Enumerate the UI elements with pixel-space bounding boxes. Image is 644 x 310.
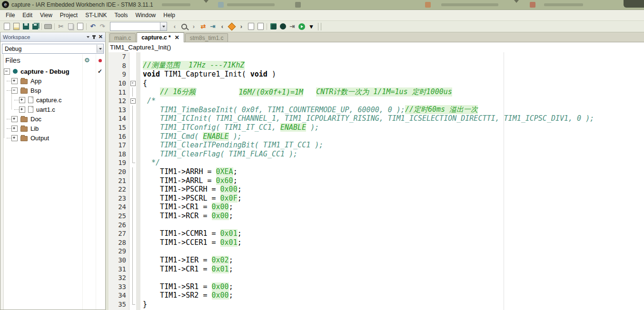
fold-collapse-icon[interactable]	[129, 97, 136, 106]
fold-collapse-icon[interactable]	[129, 79, 136, 88]
make-icon[interactable]	[268, 22, 278, 31]
code-line[interactable]: 9void TIM1_Capture1_Init( void )	[109, 70, 644, 79]
breakpoint-margin[interactable]	[136, 52, 140, 61]
code-line[interactable]: 34 TIM1->SR2 = 0x00;	[109, 291, 644, 300]
breakpoint-margin[interactable]	[136, 185, 140, 194]
expand-toggle-icon[interactable]	[11, 87, 18, 94]
function-context-bar[interactable]: TIM1_Capture1_Init()	[109, 42, 644, 53]
tree-item-output[interactable]: Output	[3, 133, 105, 143]
fold-box-icon[interactable]	[130, 81, 136, 86]
workspace-close-icon[interactable]: ✕	[99, 34, 103, 39]
find-combobox[interactable]	[110, 22, 167, 31]
expand-toggle-icon[interactable]	[11, 126, 18, 132]
attach-icon[interactable]: ⇥	[287, 22, 297, 31]
menu-window[interactable]: Window	[132, 10, 160, 20]
menu-edit[interactable]: Edit	[19, 10, 36, 20]
breakpoint-margin[interactable]	[136, 291, 140, 300]
navigate-back-forward-icon[interactable]: ⇄	[198, 22, 208, 31]
code-line[interactable]: 11 // 16分频 16M/(0x0f+1)=1M CNTR计数一次为 1/1…	[109, 87, 644, 97]
open-file-icon[interactable]	[11, 22, 21, 31]
expand-toggle-icon[interactable]	[11, 78, 18, 84]
code-line[interactable]: 20 TIM1->ARRH = 0XEA;	[109, 167, 644, 176]
paste-icon[interactable]	[75, 22, 85, 31]
expand-toggle-icon[interactable]	[19, 97, 25, 103]
copy-icon[interactable]	[66, 22, 75, 31]
breakpoint-margin[interactable]	[136, 256, 140, 265]
find-next-icon[interactable]: ›	[189, 22, 198, 31]
code-editor[interactable]: 78//测量范围 17Hz ---71KhZ9void TIM1_Capture…	[109, 52, 644, 310]
print-icon[interactable]	[43, 22, 53, 31]
menu-help[interactable]: Help	[159, 10, 179, 20]
tree-item-lib[interactable]: Lib	[3, 124, 105, 133]
find-previous-icon[interactable]: ‹	[170, 22, 179, 31]
code-line[interactable]: 21 TIM1->ARRL = 0x60;	[109, 176, 644, 185]
breakpoint-margin[interactable]	[136, 158, 140, 167]
breakpoint-margin[interactable]	[136, 194, 140, 203]
breakpoint-margin[interactable]	[136, 264, 140, 273]
code-line[interactable]: 31 TIM1->CR1 = 0x01;	[109, 264, 644, 273]
tree-item-capture-debug[interactable]: capture - Debug✓	[3, 67, 105, 76]
breakpoint-margin[interactable]	[136, 61, 140, 70]
code-line[interactable]: 26	[109, 220, 644, 229]
breakpoint-margin[interactable]	[136, 203, 140, 212]
breakpoint-margin[interactable]	[136, 87, 140, 97]
code-line[interactable]: 27 TIM1->CCMR1 = 0x01;	[109, 229, 644, 238]
breakpoint-margin[interactable]	[136, 273, 140, 282]
menu-project[interactable]: Project	[56, 10, 81, 20]
tree-item-capture-c[interactable]: capture.c	[3, 95, 105, 105]
options-gear-icon[interactable]: ⚙	[84, 57, 90, 64]
breakpoint-margin[interactable]	[136, 300, 140, 309]
undo-icon[interactable]: ↶	[88, 22, 98, 31]
code-line[interactable]: 12 /*	[109, 97, 644, 106]
workspace-menu-icon[interactable]	[87, 36, 89, 38]
code-line[interactable]: 23 TIM1->PSCRL = 0x0F;	[109, 194, 644, 203]
code-line[interactable]: 29	[109, 247, 644, 256]
code-line[interactable]: 35}	[109, 300, 644, 309]
expand-toggle-icon[interactable]	[4, 68, 10, 75]
find-combobox-dropdown-icon[interactable]	[160, 22, 167, 30]
configuration-dropdown-icon[interactable]	[97, 45, 103, 53]
pin-icon[interactable]	[93, 35, 95, 39]
next-bookmark-icon[interactable]: ›	[237, 22, 246, 31]
tree-item-uart1-c[interactable]: uart1.c	[3, 105, 105, 114]
goto-line-icon[interactable]: ⇥	[208, 22, 218, 31]
tree-item-doc[interactable]: Doc	[3, 114, 105, 124]
breakpoint-margin[interactable]	[136, 238, 140, 247]
tree-item-bsp[interactable]: Bsp	[3, 86, 105, 95]
code-line[interactable]: 13 TIM1_TimeBaseInit( 0x0f, TIM1_COUNTER…	[109, 106, 644, 115]
toolbar-overflow-grip[interactable]	[318, 23, 321, 30]
save-icon[interactable]	[21, 22, 30, 31]
breakpoint-margin[interactable]	[136, 176, 140, 185]
redo-icon[interactable]: ↷	[98, 22, 107, 31]
tab-close-icon[interactable]: ✕	[175, 34, 179, 41]
expand-toggle-icon[interactable]	[11, 135, 18, 141]
toggle-breakpoint-shield-icon[interactable]	[227, 22, 237, 31]
breakpoint-margin[interactable]	[136, 114, 140, 123]
breakpoint-margin[interactable]	[136, 132, 140, 141]
expand-toggle-icon[interactable]	[11, 116, 18, 122]
breakpoint-margin[interactable]	[136, 106, 140, 115]
save-all-icon[interactable]	[30, 22, 40, 31]
next-file-icon[interactable]	[246, 22, 256, 31]
menu-file[interactable]: File	[2, 10, 19, 20]
breakpoint-margin[interactable]	[136, 247, 140, 256]
breakpoint-margin[interactable]	[136, 229, 140, 238]
code-line[interactable]: 32	[109, 273, 644, 282]
breakpoint-margin[interactable]	[136, 141, 140, 150]
breakpoint-margin[interactable]	[136, 167, 140, 176]
tab-stm8s-tim1-c[interactable]: stm8s_tim1.c	[185, 33, 228, 42]
code-line[interactable]: 24 TIM1->CR1 = 0x00;	[109, 203, 644, 212]
download-and-debug-icon[interactable]	[297, 22, 307, 31]
search-icon[interactable]	[179, 22, 189, 31]
breakpoint-margin[interactable]	[136, 282, 140, 291]
code-line[interactable]: 28 TIM1->CCER1 = 0x01;	[109, 238, 644, 247]
code-line[interactable]: 7	[109, 52, 644, 61]
menu-view[interactable]: View	[36, 10, 56, 20]
code-line[interactable]: 10{	[109, 79, 644, 88]
fold-box-icon[interactable]	[130, 98, 136, 104]
code-line[interactable]: 25 TIM1->RCR = 0x00;	[109, 212, 644, 221]
breakpoint-margin[interactable]	[136, 150, 140, 159]
code-line[interactable]: 33 TIM1->SR1 = 0x00;	[109, 282, 644, 291]
tab-capture-c[interactable]: capture.c *✕	[137, 32, 184, 42]
code-line[interactable]: 22 TIM1->PSCRH = 0x00;	[109, 185, 644, 194]
